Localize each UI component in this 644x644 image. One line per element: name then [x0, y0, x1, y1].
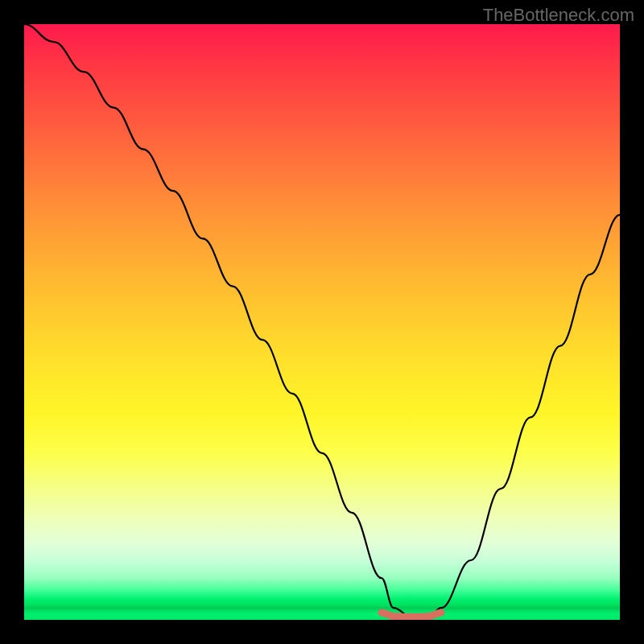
chart-svg — [24, 24, 620, 620]
plot-area — [24, 24, 620, 620]
optimal-marker — [382, 613, 441, 617]
watermark-text: TheBottleneck.com — [483, 5, 634, 26]
bottleneck-curve — [24, 24, 620, 617]
